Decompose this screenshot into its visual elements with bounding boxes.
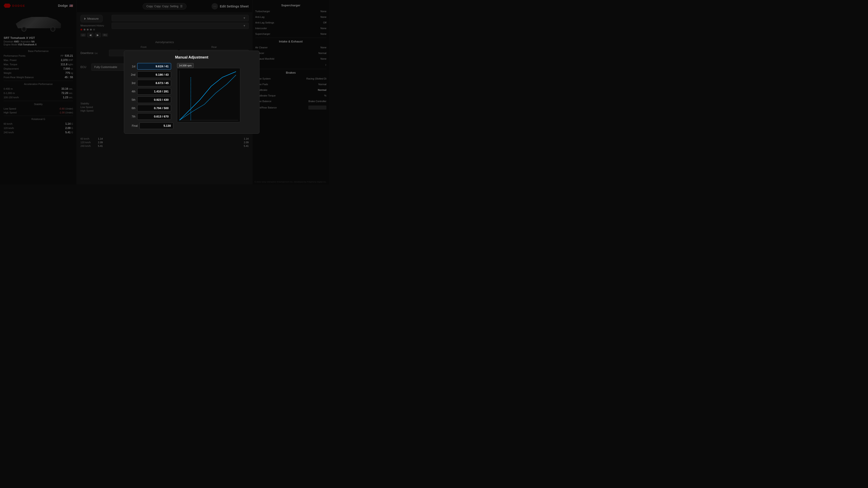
manual-adjustment-modal: Manual Adjustment 1st2nd3rd4th5th6th7th … bbox=[124, 51, 259, 134]
gear-chart-svg bbox=[177, 68, 241, 123]
gear-list: 1st2nd3rd4th5th6th7th Final bbox=[129, 63, 174, 129]
modal-body: 1st2nd3rd4th5th6th7th Final 14,500 rpm bbox=[129, 63, 255, 129]
modal-overlay: Manual Adjustment 1st2nd3rd4th5th6th7th … bbox=[0, 0, 329, 184]
gear-row-5th: 5th bbox=[129, 96, 174, 103]
gear-label-3: 4th bbox=[129, 90, 135, 93]
modal-title: Manual Adjustment bbox=[129, 55, 255, 59]
gear-row-3rd: 3rd bbox=[129, 80, 174, 86]
gear-row-1st: 1st bbox=[129, 63, 174, 70]
gear-label-0: 1st bbox=[129, 65, 135, 68]
gear-input-5[interactable] bbox=[137, 105, 171, 111]
final-row: Final bbox=[129, 123, 174, 129]
gear-label-2: 3rd bbox=[129, 82, 135, 85]
gear-label-5: 6th bbox=[129, 107, 135, 110]
gear-input-1[interactable] bbox=[137, 71, 171, 78]
gear-input-6[interactable] bbox=[137, 113, 171, 120]
gear-label-4: 5th bbox=[129, 98, 135, 101]
final-input[interactable] bbox=[140, 123, 174, 129]
gear-row-4th: 4th bbox=[129, 88, 174, 95]
gear-row-6th: 6th bbox=[129, 105, 174, 111]
gear-label-6: 7th bbox=[129, 115, 135, 118]
gear-input-0[interactable] bbox=[137, 63, 171, 70]
final-label: Final bbox=[129, 124, 138, 127]
gear-input-4[interactable] bbox=[137, 96, 171, 103]
gear-row-7th: 7th bbox=[129, 113, 174, 120]
gear-input-2[interactable] bbox=[137, 80, 171, 86]
gear-chart bbox=[177, 68, 240, 122]
gear-row-2nd: 2nd bbox=[129, 71, 174, 78]
gear-label-1: 2nd bbox=[129, 73, 135, 76]
rpm-badge: 14,500 rpm bbox=[177, 63, 194, 68]
gear-input-3[interactable] bbox=[137, 88, 171, 95]
